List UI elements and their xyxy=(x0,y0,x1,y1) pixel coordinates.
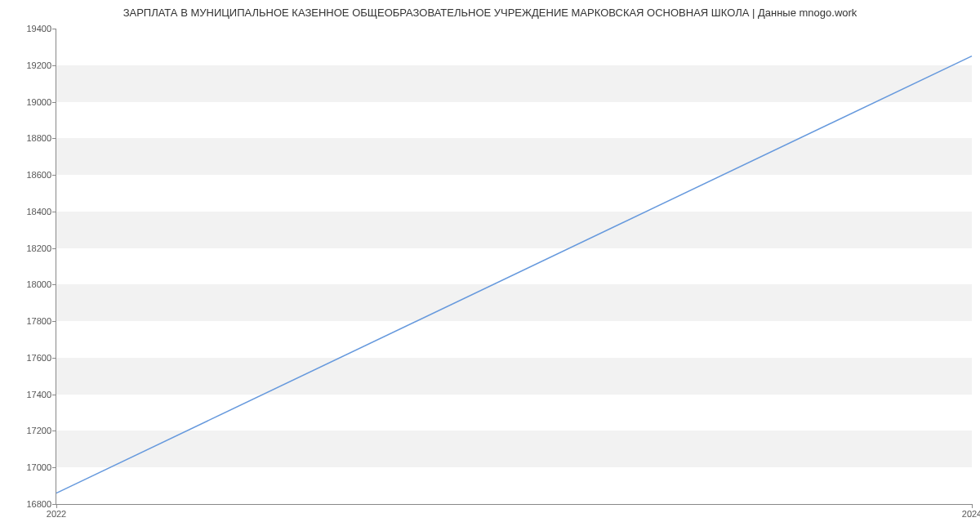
y-tick-mark xyxy=(52,175,56,176)
chart-title: ЗАРПЛАТА В МУНИЦИПАЛЬНОЕ КАЗЕННОЕ ОБЩЕОБ… xyxy=(0,0,980,19)
y-tick-label: 17000 xyxy=(26,462,51,472)
x-tick-label: 2022 xyxy=(47,509,66,519)
y-tick-mark xyxy=(52,395,56,395)
y-tick-mark xyxy=(52,358,56,359)
data-line xyxy=(56,56,972,493)
y-tick-mark xyxy=(52,29,56,29)
y-tick-label: 19000 xyxy=(26,97,51,107)
y-tick-label: 17800 xyxy=(26,316,51,326)
y-tick-mark xyxy=(52,248,56,249)
y-tick-label: 17600 xyxy=(26,353,51,363)
y-tick-mark xyxy=(52,212,56,212)
y-tick-label: 18600 xyxy=(26,170,51,180)
y-tick-label: 18400 xyxy=(26,207,51,216)
y-tick-label: 17200 xyxy=(26,426,51,435)
y-tick-mark xyxy=(52,284,56,285)
y-tick-label: 18000 xyxy=(26,279,51,289)
y-tick-label: 18200 xyxy=(26,243,51,253)
x-tick-mark xyxy=(56,504,57,508)
y-tick-mark xyxy=(52,138,56,139)
x-tick-mark xyxy=(972,504,973,508)
chart-container: ЗАРПЛАТА В МУНИЦИПАЛЬНОЕ КАЗЕННОЕ ОБЩЕОБ… xyxy=(0,0,980,531)
y-tick-mark xyxy=(52,102,56,103)
y-tick-mark xyxy=(52,467,56,468)
y-tick-label: 19200 xyxy=(26,60,51,70)
y-tick-mark xyxy=(52,65,56,66)
y-tick-label: 19400 xyxy=(26,24,51,33)
line-chart-svg xyxy=(56,29,972,504)
y-tick-mark xyxy=(52,431,56,431)
y-tick-label: 17400 xyxy=(26,390,51,399)
y-tick-label: 16800 xyxy=(26,499,51,509)
x-tick-label: 2024 xyxy=(962,509,980,519)
plot-area: 1680017000172001740017600178001800018200… xyxy=(56,29,972,505)
y-tick-label: 18800 xyxy=(26,133,51,143)
y-tick-mark xyxy=(52,321,56,322)
